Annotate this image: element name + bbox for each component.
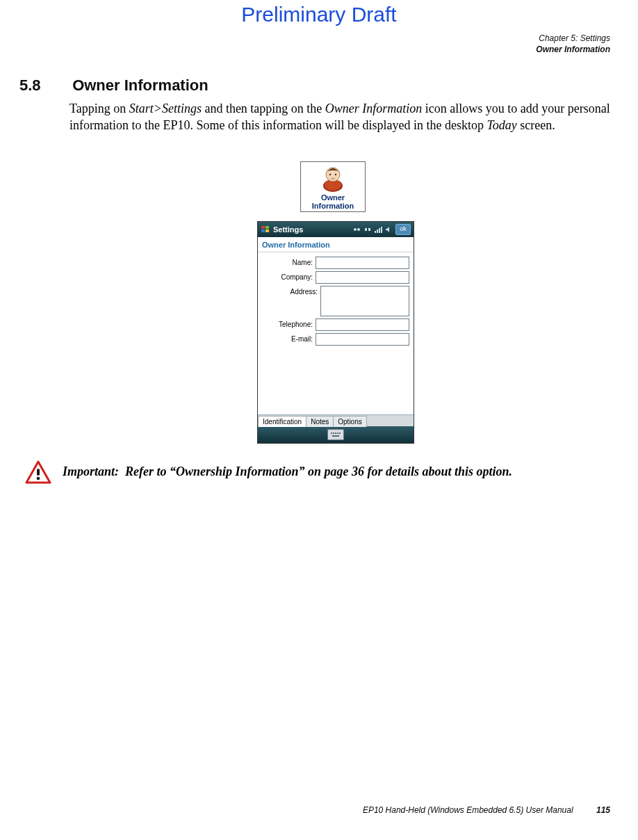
sync-icon[interactable] — [363, 225, 372, 234]
owner-avatar-icon — [318, 165, 347, 193]
section-title: Owner Information — [72, 76, 208, 94]
svg-point-4 — [335, 174, 336, 175]
section-body: Tapping on Start>Settings and then tappi… — [69, 100, 610, 134]
panel-divider — [258, 252, 414, 252]
ok-button[interactable]: ok — [395, 224, 411, 235]
bottom-bar — [258, 426, 414, 443]
chapter-label: Chapter 5: Settings — [536, 33, 610, 45]
connectivity-icon[interactable] — [353, 225, 361, 234]
preliminary-draft-banner: Preliminary Draft — [0, 3, 638, 26]
tab-notes[interactable]: Notes — [306, 416, 334, 427]
body-text-1a: Tapping on — [69, 102, 129, 115]
svg-rect-19 — [337, 433, 338, 434]
owner-info-icon-label-1: Owner — [321, 193, 345, 202]
svg-rect-12 — [377, 229, 378, 233]
status-icons — [353, 225, 393, 234]
svg-rect-18 — [335, 433, 336, 434]
warning-icon — [25, 460, 51, 487]
important-body: Refer to “Ownership Information” on page… — [125, 465, 512, 478]
svg-rect-5 — [261, 226, 265, 229]
telephone-label: Telephone: — [258, 318, 316, 328]
company-label: Company: — [258, 271, 316, 281]
svg-rect-7 — [261, 229, 265, 232]
tab-identification[interactable]: Identification — [258, 416, 306, 427]
owner-info-icon-figure: Owner Information — [300, 161, 366, 212]
signal-icon[interactable] — [374, 225, 382, 234]
footer-page-number: 115 — [596, 805, 610, 815]
volume-icon[interactable] — [384, 225, 393, 234]
body-text-1g: screen. — [517, 118, 555, 132]
important-label: Important: — [63, 465, 119, 478]
titlebar: Settings ok — [258, 222, 414, 237]
svg-rect-14 — [381, 227, 382, 233]
address-field[interactable] — [320, 286, 409, 316]
svg-rect-13 — [379, 228, 380, 233]
body-text-1b: Start>Settings — [129, 102, 202, 115]
svg-rect-11 — [375, 231, 376, 233]
body-text-1d: Owner Information — [325, 102, 423, 115]
titlebar-title: Settings — [273, 225, 303, 234]
important-note: Important: Refer to “Ownership Informati… — [25, 460, 610, 487]
svg-rect-20 — [339, 433, 341, 434]
tab-options[interactable]: Options — [333, 416, 366, 427]
svg-rect-6 — [265, 226, 269, 229]
svg-point-10 — [357, 228, 360, 231]
svg-point-3 — [329, 174, 331, 175]
email-label: E-mail: — [258, 333, 316, 343]
telephone-field[interactable] — [316, 318, 409, 331]
owner-info-form: Name: Company: Address: Telephone: E-mai… — [258, 257, 414, 346]
section-number: 5.8 — [19, 76, 68, 95]
start-flag-icon[interactable] — [261, 225, 270, 234]
owner-info-icon-label: Owner Information — [301, 194, 365, 210]
body-text-1f: Today — [486, 118, 516, 132]
panel-title: Owner Information — [258, 237, 414, 250]
body-text-1c: and then tapping on the — [202, 102, 325, 115]
page-footer: EP10 Hand-Held (Windows Embedded 6.5) Us… — [363, 805, 610, 815]
svg-point-23 — [37, 477, 40, 480]
svg-rect-17 — [333, 433, 334, 434]
owner-info-icon-label-2: Information — [312, 202, 354, 210]
owner-info-settings-screenshot: Settings ok Owner Information Name: Comp… — [257, 221, 414, 444]
svg-rect-22 — [37, 469, 40, 476]
name-label: Name: — [258, 257, 316, 266]
svg-point-9 — [354, 228, 357, 231]
name-field[interactable] — [316, 257, 409, 269]
company-field[interactable] — [316, 271, 409, 284]
header-subtitle: Owner Information — [536, 45, 610, 56]
address-label: Address: — [258, 286, 320, 296]
email-field[interactable] — [316, 333, 409, 346]
svg-rect-21 — [332, 435, 339, 437]
footer-manual-title: EP10 Hand-Held (Windows Embedded 6.5) Us… — [363, 805, 573, 815]
important-text: Important: Refer to “Ownership Informati… — [63, 460, 512, 479]
svg-rect-16 — [331, 433, 332, 434]
svg-rect-8 — [265, 229, 269, 232]
tabs-row: Identification Notes Options — [258, 414, 414, 426]
keyboard-icon[interactable] — [327, 429, 344, 440]
section-heading: 5.8 Owner Information — [19, 76, 610, 95]
page-header: Chapter 5: Settings Owner Information — [536, 33, 610, 55]
